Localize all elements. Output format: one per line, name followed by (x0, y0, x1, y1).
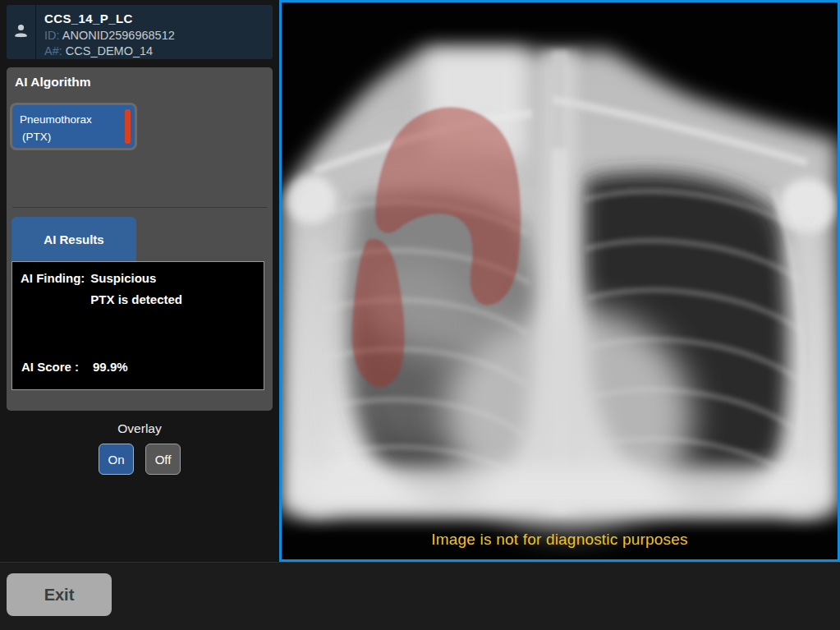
patient-id-label: ID: (44, 29, 60, 42)
score-value: 99.9% (93, 360, 128, 374)
overlay-controls: Overlay On Off (0, 421, 279, 475)
bottom-bar: Exit (0, 562, 840, 630)
exit-button[interactable]: Exit (7, 573, 112, 616)
patient-header: CCS_14_P_LC ID: ANONID2596968512 A#: CCS… (7, 5, 273, 59)
score-label: AI Score : (21, 360, 79, 374)
patient-accession-value: CCS_DEMO_14 (66, 44, 153, 57)
ai-panel: AI Algorithm Pneumothorax (PTX) AI Resul… (7, 67, 273, 411)
ai-algorithm-heading: AI Algorithm (7, 67, 273, 90)
overlay-off-button[interactable]: Off (145, 444, 181, 475)
xray-viewer: Image is not for diagnostic purposes (279, 0, 840, 562)
patient-id-row: ID: ANONID2596968512 (44, 28, 175, 44)
app-root: CCS_14_P_LC ID: ANONID2596968512 A#: CCS… (0, 0, 840, 630)
alert-stripe-indicator (125, 109, 131, 144)
finding-value-line1: Suspicious (90, 271, 182, 285)
overlay-buttons: On Off (0, 444, 279, 475)
patient-icon-zone (7, 5, 36, 59)
ptx-algorithm-button[interactable]: Pneumothorax (PTX) (12, 105, 135, 148)
chest-xray-image (282, 2, 838, 559)
patient-accession-row: A#: CCS_DEMO_14 (44, 44, 175, 59)
sidebar: CCS_14_P_LC ID: ANONID2596968512 A#: CCS… (0, 0, 279, 562)
score-row: AI Score : 99.9% (21, 360, 128, 374)
disclaimer-text: Image is not for diagnostic purposes (282, 531, 838, 549)
ptx-button-line1: Pneumothorax (20, 112, 118, 129)
patient-icon (12, 22, 30, 43)
finding-label: AI Finding: (21, 271, 85, 306)
ptx-button-line2: (PTX) (20, 129, 118, 146)
overlay-on-button[interactable]: On (99, 444, 134, 475)
patient-name: CCS_14_P_LC (44, 11, 175, 25)
panel-divider (12, 207, 268, 208)
ai-results-box: AI Finding: Suspicious PTX is detected A… (11, 261, 264, 390)
finding-values: Suspicious PTX is detected (90, 271, 182, 306)
ai-results-tab[interactable]: AI Results (11, 217, 136, 261)
finding-row: AI Finding: Suspicious PTX is detected (21, 271, 255, 306)
finding-value-line2: PTX is detected (90, 292, 182, 306)
patient-accession-label: A#: (44, 44, 62, 57)
overlay-label: Overlay (0, 421, 279, 436)
patient-info: CCS_14_P_LC ID: ANONID2596968512 A#: CCS… (36, 5, 175, 59)
patient-id-value: ANONID2596968512 (62, 29, 175, 42)
